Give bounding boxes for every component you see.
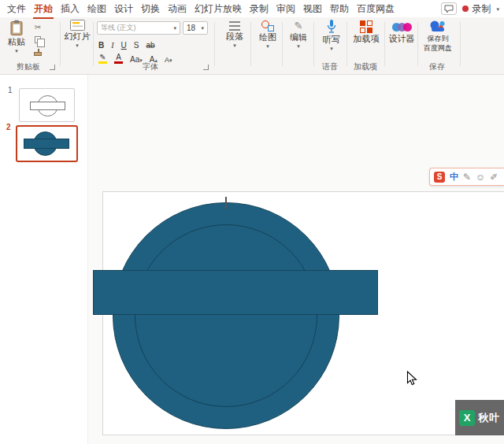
new-slide-chevron-icon: ▾: [76, 43, 79, 48]
save-netdisk-label-line1: 保存到: [428, 35, 449, 43]
new-slide-icon: [70, 20, 85, 31]
format-painter-button[interactable]: [32, 47, 44, 57]
italic-button[interactable]: I: [111, 41, 113, 50]
tab-record[interactable]: 录制: [246, 0, 272, 18]
save-group-label: 保存: [416, 61, 458, 72]
record-button[interactable]: 录制: [462, 2, 491, 16]
underline-button[interactable]: U: [121, 41, 127, 50]
paste-label: 粘贴: [8, 38, 25, 46]
tab-file[interactable]: 文件: [3, 0, 30, 18]
watermark-brand-text: 秋叶: [478, 411, 500, 425]
slide1-thumbnail[interactable]: [19, 88, 75, 122]
clipboard-dialog-launcher-icon[interactable]: [50, 65, 55, 70]
tab-help[interactable]: 帮助: [326, 0, 353, 18]
font-dialog-launcher-icon[interactable]: [203, 65, 209, 70]
voice-group-label: 语音: [313, 61, 346, 72]
ime-floating-toolbar: S 中 ✎ ☺ ✐: [429, 168, 504, 186]
tab-transitions[interactable]: 切换: [137, 0, 164, 18]
font-size-chevron-icon: ▾: [201, 25, 204, 31]
tab-review[interactable]: 审阅: [272, 0, 299, 18]
slide1-number: 1: [8, 86, 13, 94]
drawing-label: 绘图: [259, 33, 276, 42]
dictate-chevron-icon: ▾: [330, 46, 333, 51]
font-format-row-1: B I U S ab: [98, 39, 155, 50]
ime-pen-icon[interactable]: ✎: [463, 172, 471, 182]
cut-icon: ✂: [35, 23, 41, 31]
teal-rectangle-shape[interactable]: [93, 270, 378, 315]
highlighter-pen-icon: ✎: [99, 54, 106, 61]
font-name-value: 等线 (正文): [101, 23, 136, 33]
tab-baidu-netdisk[interactable]: 百度网盘: [353, 0, 398, 18]
font-size-value: 18: [187, 24, 195, 32]
tab-insert[interactable]: 插入: [57, 0, 83, 18]
editing-label: 编辑: [290, 33, 307, 42]
editing-button[interactable]: ✎ 编辑 ▾: [285, 20, 312, 49]
cut-button[interactable]: ✂: [32, 22, 44, 32]
new-slide-label: 幻灯片: [65, 32, 91, 41]
copy-icon: [35, 36, 41, 43]
clipboard-group-label: 剪贴板: [0, 61, 57, 72]
dictate-label: 听写: [323, 35, 340, 44]
excel-x-logo-icon: X: [459, 410, 475, 426]
tab-view[interactable]: 视图: [299, 0, 326, 18]
paragraph-label: 段落: [226, 32, 243, 41]
paste-chevron-icon: ▾: [15, 48, 18, 54]
powerpoint-window: 文件 开始 插入 绘图 设计 切换 动画 幻灯片放映 录制 审阅 视图 帮助 百…: [0, 0, 504, 444]
ribbon: 粘贴 ▾ ✂ 剪贴板 幻灯片 ▾ 等线 (正文) ▾ 18 ▾ B I U S: [0, 17, 504, 75]
menubar-right-controls: 录制 ▾: [441, 2, 504, 16]
slide-thumbnail-panel: 1 2: [0, 75, 88, 444]
bold-button[interactable]: B: [98, 41, 104, 50]
format-painter-icon: [34, 52, 42, 56]
new-slide-button[interactable]: 幻灯片 ▾: [62, 20, 92, 48]
dictate-button[interactable]: 听写 ▾: [318, 19, 345, 51]
designer-button[interactable]: 设计器: [387, 20, 416, 43]
addins-button[interactable]: 加载项: [351, 20, 381, 43]
comments-button[interactable]: [441, 2, 457, 15]
addins-group-label: 加载项: [346, 61, 384, 72]
font-name-combobox[interactable]: 等线 (正文) ▾: [97, 21, 180, 35]
ime-tools-icon[interactable]: ✐: [490, 172, 498, 182]
shapes-icon: [261, 20, 274, 31]
paragraph-lines-icon: [229, 21, 240, 31]
tab-design[interactable]: 设计: [110, 0, 137, 18]
tab-draw[interactable]: 绘图: [83, 0, 110, 18]
save-to-netdisk-button[interactable]: 保存到 百度网盘: [420, 19, 456, 52]
inner-circle-outline-shape[interactable]: [135, 224, 317, 407]
drawing-chevron-icon: ▾: [266, 43, 269, 49]
drawing-button[interactable]: 绘图 ▾: [254, 20, 281, 49]
save-netdisk-label-line2: 百度网盘: [424, 44, 452, 52]
chinese-mode-toggle[interactable]: 中: [450, 171, 458, 183]
font-color-letter: A: [116, 54, 121, 61]
paragraph-button[interactable]: 段落 ▾: [220, 21, 250, 48]
ribbon-collapse-chevron-icon[interactable]: ▾: [496, 6, 499, 12]
slide2-thumbnail[interactable]: [16, 125, 78, 162]
font-name-chevron-icon: ▾: [173, 25, 176, 31]
font-group-label: 字体: [93, 61, 208, 72]
baidu-netdisk-cloud-icon: [429, 19, 447, 33]
text-shadow-button[interactable]: S: [134, 41, 139, 50]
top-tick-mark-shape: [225, 197, 227, 209]
editing-chevron-icon: ▾: [297, 43, 300, 49]
copy-button[interactable]: [32, 35, 44, 45]
tab-slideshow[interactable]: 幻灯片放映: [191, 0, 246, 18]
record-button-label: 录制: [472, 2, 491, 16]
paste-clipboard-icon: [9, 20, 24, 36]
slide2-rect-shape: [24, 139, 69, 149]
addins-grid-icon: [360, 20, 372, 33]
font-size-combobox[interactable]: 18 ▾: [183, 21, 208, 35]
strikethrough-button[interactable]: ab: [146, 41, 154, 50]
sogou-s-badge-icon[interactable]: S: [434, 172, 445, 183]
paragraph-chevron-icon: ▾: [233, 43, 236, 48]
slide1-rect-outline: [30, 102, 65, 110]
tab-home[interactable]: 开始: [30, 0, 57, 18]
designer-label: 设计器: [389, 35, 415, 43]
paste-button[interactable]: 粘贴 ▾: [3, 20, 30, 54]
addins-label: 加载项: [354, 35, 380, 43]
tab-animations[interactable]: 动画: [164, 0, 191, 18]
mouse-cursor-icon: [406, 371, 417, 390]
record-dot-icon: [462, 6, 469, 12]
microphone-icon: [326, 19, 337, 34]
comment-icon: [444, 5, 454, 13]
ime-emoji-icon[interactable]: ☺: [476, 172, 485, 182]
qiuye-watermark: X 秋叶: [455, 400, 504, 435]
